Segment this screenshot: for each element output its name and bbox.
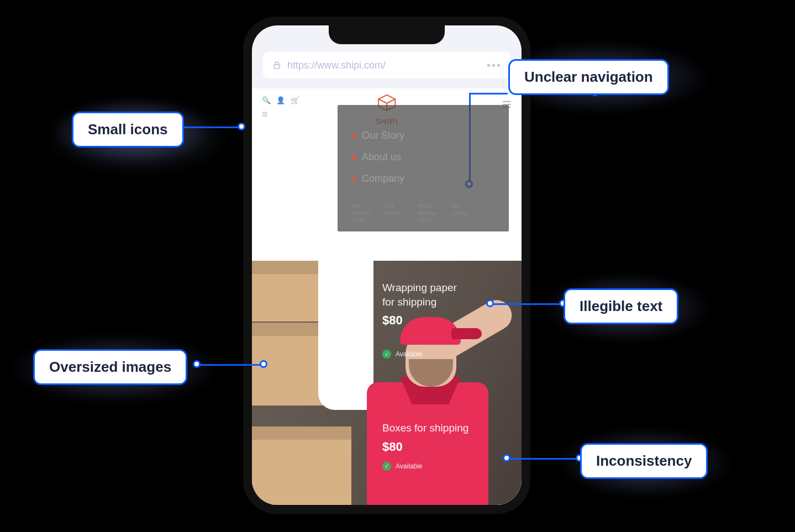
browser-address-bar[interactable]: https://www.shipi.com/ ••• bbox=[263, 52, 510, 78]
nav-sublink[interactable]: Arts Website Home bbox=[352, 203, 373, 224]
connector-dot bbox=[503, 454, 510, 462]
product-card[interactable]: Wrapping paper for shipping $80 ✓ Availa… bbox=[382, 281, 457, 359]
connector-dot bbox=[238, 123, 245, 130]
nav-sublink[interactable]: Big Gallery bbox=[451, 203, 472, 224]
product-price: $80 bbox=[382, 313, 457, 328]
connector-line bbox=[469, 93, 508, 94]
product-status: ✓ Available bbox=[382, 350, 457, 359]
svg-rect-0 bbox=[274, 65, 280, 69]
product-title: Wrapping paper for shipping bbox=[382, 281, 457, 309]
search-icon[interactable]: 🔍 bbox=[262, 96, 271, 104]
connector-dot bbox=[260, 360, 267, 368]
phone-screen: https://www.shipi.com/ ••• 🔍 👤 🛒 ≡ ≡ bbox=[252, 25, 522, 505]
nav-dropdown[interactable]: Our Story About us Company Arts Website … bbox=[338, 105, 509, 231]
lock-icon bbox=[272, 60, 282, 70]
hero-section: Wrapping paper for shipping $80 ✓ Availa… bbox=[252, 261, 522, 505]
connector-line bbox=[178, 127, 240, 128]
callout-small-icons: Small icons bbox=[72, 112, 184, 148]
box-image bbox=[252, 426, 351, 505]
nav-sublink[interactable]: Prints Website Home bbox=[418, 203, 439, 224]
callout-illegible-text: Illegible text bbox=[564, 288, 678, 324]
connector-dot bbox=[486, 299, 494, 307]
hamburger-small-icon[interactable]: ≡ bbox=[262, 109, 299, 120]
nav-sublinks: Arts Website Home Arts Gallery Prints We… bbox=[352, 196, 494, 224]
nav-item[interactable]: Our Story bbox=[352, 125, 494, 146]
connector-dot bbox=[193, 360, 201, 368]
nav-item[interactable]: About us bbox=[352, 146, 494, 168]
check-icon: ✓ bbox=[382, 350, 391, 359]
product-title: Boxes for shipping bbox=[382, 421, 468, 435]
product-status: ✓ Available bbox=[382, 462, 468, 471]
utility-icons[interactable]: 🔍 👤 🛒 bbox=[262, 96, 299, 104]
callout-oversized-images: Oversized images bbox=[33, 349, 187, 385]
nav-item[interactable]: Company bbox=[352, 168, 494, 189]
product-price: $80 bbox=[382, 440, 468, 454]
url-text: https://www.shipi.com/ bbox=[287, 60, 386, 71]
connector-line bbox=[506, 458, 579, 460]
nav-sublink[interactable]: Arts Gallery bbox=[385, 203, 406, 224]
more-icon[interactable]: ••• bbox=[487, 59, 502, 72]
product-card[interactable]: Boxes for shipping $80 ✓ Available bbox=[382, 421, 468, 471]
callout-unclear-navigation: Unclear navigation bbox=[508, 59, 669, 95]
connector-line bbox=[489, 303, 562, 305]
user-icon[interactable]: 👤 bbox=[276, 96, 285, 104]
phone-frame: https://www.shipi.com/ ••• 🔍 👤 🛒 ≡ ≡ bbox=[243, 17, 530, 514]
cart-icon[interactable]: 🛒 bbox=[291, 96, 299, 104]
site-content: 🔍 👤 🛒 ≡ ≡ SHIPI bbox=[252, 88, 522, 505]
connector-line bbox=[196, 364, 262, 366]
phone-notch bbox=[329, 25, 445, 44]
check-icon: ✓ bbox=[382, 462, 391, 471]
callout-inconsistency: Inconsistency bbox=[580, 443, 708, 479]
